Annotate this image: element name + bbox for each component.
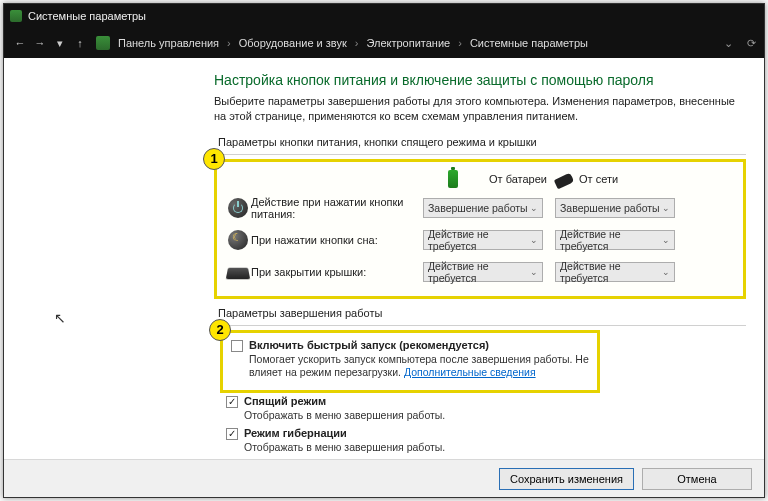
annotation-badge-1: 1 bbox=[203, 148, 225, 170]
breadcrumb-power[interactable]: Электропитание bbox=[366, 37, 450, 49]
fast-startup-label: Включить быстрый запуск (рекомендуется) bbox=[249, 339, 489, 351]
power-button-label: Действие при нажатии кнопки питания: bbox=[251, 196, 423, 220]
select-lid-battery[interactable]: Действие не требуется⌄ bbox=[423, 262, 543, 282]
link-more-info[interactable]: Дополнительные сведения bbox=[404, 366, 536, 378]
nav-back-icon[interactable]: ← bbox=[12, 37, 28, 49]
sleep-desc: Отображать в меню завершения работы. bbox=[244, 409, 686, 423]
plug-icon bbox=[554, 173, 575, 190]
cursor-icon: ↖ bbox=[54, 310, 66, 326]
group-shutdown: Параметры завершения работы 2 Включить б… bbox=[214, 307, 746, 459]
breadcrumb-hardware[interactable]: Оборудование и звук bbox=[239, 37, 347, 49]
content-area: ↖ Настройка кнопок питания и включение з… bbox=[4, 58, 764, 459]
sleep-label: Спящий режим bbox=[244, 395, 326, 407]
breadcrumb-root[interactable]: Панель управления bbox=[118, 37, 219, 49]
sleep-button-label: При нажатии кнопки сна: bbox=[251, 234, 423, 246]
nav-recent-icon[interactable]: ▾ bbox=[52, 37, 68, 50]
chevron-down-icon: ⌄ bbox=[530, 235, 538, 245]
breadcrumb-current: Системные параметры bbox=[470, 37, 588, 49]
select-sleep-battery[interactable]: Действие не требуется⌄ bbox=[423, 230, 543, 250]
chevron-down-icon: ⌄ bbox=[662, 267, 670, 277]
checkbox-sleep[interactable] bbox=[226, 396, 238, 408]
chevron-down-icon: ⌄ bbox=[662, 235, 670, 245]
row-lid-close: При закрытии крышки: Действие не требует… bbox=[225, 256, 735, 288]
chevron-down-icon: ⌄ bbox=[530, 267, 538, 277]
breadcrumb-sep: › bbox=[227, 37, 231, 49]
cancel-button[interactable]: Отмена bbox=[642, 468, 752, 490]
lid-icon bbox=[226, 268, 250, 280]
titlebar: Системные параметры bbox=[4, 4, 764, 28]
sleep-icon bbox=[228, 230, 248, 250]
chevron-down-icon: ⌄ bbox=[662, 203, 670, 213]
breadcrumb-sep: › bbox=[355, 37, 359, 49]
control-panel-icon bbox=[96, 36, 110, 50]
highlight-box-1: 1 От батареи От сети bbox=[214, 159, 746, 299]
hibernation-desc: Отображать в меню завершения работы. bbox=[244, 441, 686, 455]
nav-forward-icon[interactable]: → bbox=[32, 37, 48, 49]
checkbox-hibernation[interactable] bbox=[226, 428, 238, 440]
lock-label: Блокировка bbox=[244, 458, 310, 459]
page-description: Выберите параметры завершения работы для… bbox=[214, 94, 746, 124]
battery-icon bbox=[448, 170, 458, 188]
window: Системные параметры ← → ▾ ↑ Панель управ… bbox=[3, 3, 765, 498]
nav-up-icon[interactable]: ↑ bbox=[72, 37, 88, 49]
page-heading: Настройка кнопок питания и включение защ… bbox=[214, 72, 746, 88]
col-ac-label: От сети bbox=[579, 173, 618, 185]
select-power-battery[interactable]: Завершение работы⌄ bbox=[423, 198, 543, 218]
row-power-button: Действие при нажатии кнопки питания: Зав… bbox=[225, 192, 735, 224]
group2-title: Параметры завершения работы bbox=[214, 307, 386, 319]
footer: Сохранить изменения Отмена bbox=[4, 459, 764, 497]
row-sleep-button: При нажатии кнопки сна: Действие не треб… bbox=[225, 224, 735, 256]
power-icon bbox=[228, 198, 248, 218]
save-button[interactable]: Сохранить изменения bbox=[499, 468, 634, 490]
select-lid-ac[interactable]: Действие не требуется⌄ bbox=[555, 262, 675, 282]
annotation-badge-2: 2 bbox=[209, 319, 231, 341]
hibernation-label: Режим гибернации bbox=[244, 427, 347, 439]
highlight-box-2: 2 Включить быстрый запуск (рекомендуется… bbox=[220, 330, 600, 393]
select-power-ac[interactable]: Завершение работы⌄ bbox=[555, 198, 675, 218]
chevron-down-icon: ⌄ bbox=[530, 203, 538, 213]
navbar: ← → ▾ ↑ Панель управления › Оборудование… bbox=[4, 28, 764, 58]
select-sleep-ac[interactable]: Действие не требуется⌄ bbox=[555, 230, 675, 250]
header-row: От батареи От сети bbox=[225, 166, 735, 192]
checkbox-fast-startup[interactable] bbox=[231, 340, 243, 352]
refresh-icon[interactable]: ⟳ bbox=[747, 37, 756, 50]
app-icon bbox=[10, 10, 22, 22]
col-battery-label: От батареи bbox=[489, 173, 547, 185]
group1-title: Параметры кнопки питания, кнопки спящего… bbox=[214, 136, 541, 148]
group-buttons-lid: Параметры кнопки питания, кнопки спящего… bbox=[214, 136, 746, 299]
chevron-down-icon[interactable]: ⌄ bbox=[724, 37, 733, 50]
lid-close-label: При закрытии крышки: bbox=[251, 266, 423, 278]
window-title: Системные параметры bbox=[28, 10, 146, 22]
breadcrumb-sep: › bbox=[458, 37, 462, 49]
